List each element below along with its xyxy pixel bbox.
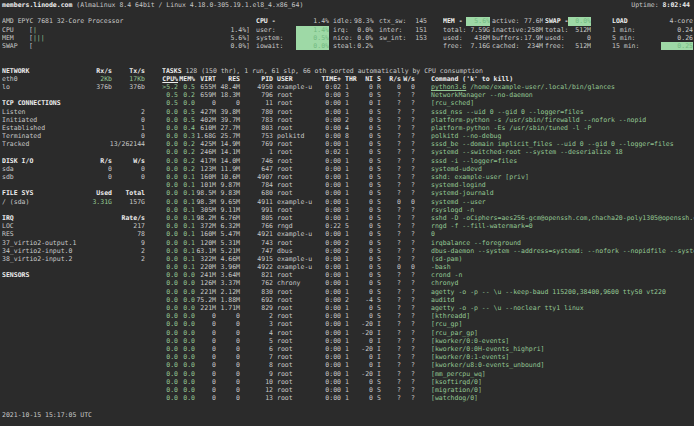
process-row: 0.00.00010root0:0010S??[ksoftirqd/0] <box>162 378 694 386</box>
process-command: systemd-journald <box>415 189 694 197</box>
bar-percent: 1.4% <box>230 26 246 34</box>
process-command: agetty -o -p -- \u --keep-baud 115200,38… <box>415 288 694 296</box>
process-command: sshd -D -oCiphers=aes256-gcm@openssh.com… <box>415 214 694 222</box>
mem-stats-row: free:7.16Gcached:234M <box>443 42 543 50</box>
network-row: eth02Kb17Kb <box>2 75 145 83</box>
process-command: [kworker/u8:0-events_unbound] <box>415 361 694 369</box>
process-row: 0.00.2425M14.9M769root0:0010S??sssd_be -… <box>162 140 694 148</box>
cpu-model: AMD EPYC 7681 32-Core Processor <box>2 17 250 25</box>
process-row: 0.00.0007root0:0010I??[kworker/0:1-event… <box>162 353 694 361</box>
cpu-stats-row: CPU -1.4%idle:98.3%ctx_sw:145 <box>256 17 430 25</box>
load-stats-row: 15 min:0.25 <box>612 42 693 50</box>
process-row: 0.00.198.5M9.83M680root0:0010S??systemd-… <box>162 189 694 197</box>
bar-percent: 0.0% <box>230 42 246 50</box>
mem-stats-row: total:7.59Ginactive:258M <box>443 26 543 34</box>
clock-timestamp: 2021-10-15 15:17:05 UTC <box>2 411 92 419</box>
cpu-stats-row: iowait:0.0%steal:0.2% <box>256 42 430 50</box>
load-stats-panel: LOAD4-core 1 min:0.24 5 min:0.26 15 min:… <box>612 17 693 50</box>
process-row: 0.00.1120M5.31M743root0:0020S??irqbalanc… <box>162 239 694 247</box>
irq-header: IRQRate/s <box>2 214 145 222</box>
irq-row: RES78 <box>2 230 145 238</box>
process-command: -bash <box>415 263 694 271</box>
process-command: NetworkManager --no-daemon <box>415 91 694 99</box>
process-command: systemd-udevd <box>415 165 694 173</box>
mem-stats-panel: MEM -5.6%active:77.6M total:7.59Ginactiv… <box>443 17 543 50</box>
process-command: [migration/0] <box>415 386 694 394</box>
process-row: 0.00.0221M1.71M829root0:0010S??agetty -o… <box>162 304 694 312</box>
process-row: 0.00.163.1M5.21M747dbus0:0020S??dbus-dae… <box>162 247 694 255</box>
filesys-header: FILE SYSUsedTotal <box>2 189 145 197</box>
process-row: 0.00.2123M11.9M647root0:0010S??systemd-u… <box>162 165 694 173</box>
process-row: 0.00.1160M5.47M4921example-u0:0010S??0 <box>162 230 694 238</box>
process-row: 0.00.5402M39.7M783root0:0020S??platform-… <box>162 116 694 124</box>
process-command: polkitd --no-debug <box>415 132 694 140</box>
filesys-row: / (sda)3.31G157G <box>2 198 145 206</box>
diskio-row: sda00 <box>2 165 145 173</box>
process-command: dbus-daemon --system --address=systemd: … <box>415 247 694 255</box>
tcp-row: Tracked13/262144 <box>2 140 145 148</box>
cpu-stats-row: system:0.5%nice:0.0%sw_int:153 <box>256 34 430 42</box>
process-command: python3.6 /home/example-user/.local/bin/… <box>415 83 694 91</box>
bar-ticks: ||| <box>33 34 231 42</box>
process-panel: TASKS 128 (150 thr), 1 run, 61 slp, 66 o… <box>162 67 694 403</box>
os-info: (AlmaLinux 8.4 64bit / Linux 4.18.0-305.… <box>72 1 303 9</box>
process-command: sssd -i --logger=files <box>415 157 694 165</box>
glances-terminal[interactable]: members.linode.com (AlmaLinux 8.4 64bit … <box>0 0 694 426</box>
process-row: 0.00.0003root0:001-20I??[rcu_gp] <box>162 320 694 328</box>
load-stats-row: 1 min:0.24 <box>612 26 693 34</box>
sidebar: NETWORKRx/sTx/s eth02Kb17Kblo376b376b TC… <box>2 67 145 280</box>
cpu-stats-panel: CPU -1.4%idle:98.3%ctx_sw:145 user:1.4%i… <box>256 17 430 50</box>
process-command: [kworker/0:0H-events_highpri] <box>415 345 694 353</box>
process-row: 0.00.1305M9.11M991root0:0030S??rsyslogd … <box>162 206 694 214</box>
sort-column-header: CPU% <box>162 75 178 83</box>
title-bar: members.linode.com (AlmaLinux 8.4 64bit … <box>2 1 690 9</box>
process-command: platform-python -s /usr/sbin/firewalld -… <box>415 116 694 124</box>
process-command: systemd --switched-root --system --deser… <box>415 148 694 156</box>
tcp-row: Initiated0 <box>2 116 145 124</box>
uptime: Uptime: 8:02:44 <box>631 1 690 9</box>
mem-stats-row: MEM -5.6%active:77.6M <box>443 17 543 25</box>
process-row: 0.00.1101M9.87M784root0:0010S??systemd-l… <box>162 181 694 189</box>
process-row: 0.00.5427M39.8M780root0:0010S??sssd_nss … <box>162 108 694 116</box>
process-command: platform-python -Es /usr/sbin/tuned -l -… <box>415 124 694 132</box>
process-row: 0.00.1372M6.32M766rngd0:2250S??rngd -f -… <box>162 222 694 230</box>
usage-bar: MEM[|||5.6%] <box>2 34 250 42</box>
swap-stats-row: total:512M <box>545 26 591 34</box>
bar-ticks <box>33 42 231 50</box>
swap-stats-row: free:512M <box>545 42 591 50</box>
process-command: sssd_nss --uid 0 --gid 0 --logger=files <box>415 108 694 116</box>
sensors-header: SENSORS <box>2 271 145 279</box>
irq-row: LOC217 <box>2 222 145 230</box>
process-command: sssd_be --domain implicit_files --uid 0 … <box>415 140 694 148</box>
process-row: 0.00.00013root0:0010S??[watchdog/0] <box>162 394 694 402</box>
tcp-row: Terminated0 <box>2 132 145 140</box>
process-row: 0.50.2659M18.3M796root0:0030S??NetworkMa… <box>162 91 694 99</box>
process-command: (sd-pam) <box>415 255 694 263</box>
process-command: [kworker/0:1-events] <box>415 353 694 361</box>
process-row: 0.00.0241M3.64M821root0:0010S??crond -n <box>162 271 694 279</box>
load-stats-row: LOAD4-core <box>612 17 693 25</box>
process-command: irqbalance --foreground <box>415 239 694 247</box>
irq-row: 38_virtio2-input.22 <box>2 255 145 263</box>
process-command: crond -n <box>415 271 694 279</box>
tcp-row: Established1 <box>2 124 145 132</box>
process-command: [rcu_sched] <box>415 99 694 107</box>
process-command: rsyslogd -n <box>415 206 694 214</box>
process-row: 0.00.00012root0:0010S??[migration/0] <box>162 386 694 394</box>
process-command: [mm_percpu_wq] <box>415 370 694 378</box>
process-row: 0.00.2246M14.1M1root0:0210S??systemd --s… <box>162 148 694 156</box>
swap-stats-row: used:0 <box>545 34 591 42</box>
process-command: [rcu_gp] <box>415 320 694 328</box>
process-row: >5.20.5655M48.4M4950example-u0:0210R00py… <box>162 83 694 91</box>
process-row: 0.00.0009root0:001-20I??[mm_percpu_wq] <box>162 370 694 378</box>
process-command: rngd -f --fill-watermark=0 <box>415 222 694 230</box>
process-command: [kworker/0:0-events] <box>415 337 694 345</box>
swap-stats-row: SWAP -0.0% <box>545 17 591 25</box>
process-row: 0.00.4610M27.7M803root0:0040S??platform-… <box>162 124 694 132</box>
process-command: systemd-logind <box>415 181 694 189</box>
process-row: 0.50.00011root0:0010I??[rcu_sched] <box>162 99 694 107</box>
host-os-line: members.linode.com (AlmaLinux 8.4 64bit … <box>2 1 303 9</box>
network-header: NETWORKRx/sTx/s <box>2 67 145 75</box>
process-row: 0.00.0221M2.12M830root0:0010S??agetty -o… <box>162 288 694 296</box>
process-command: chronyd <box>415 279 694 287</box>
